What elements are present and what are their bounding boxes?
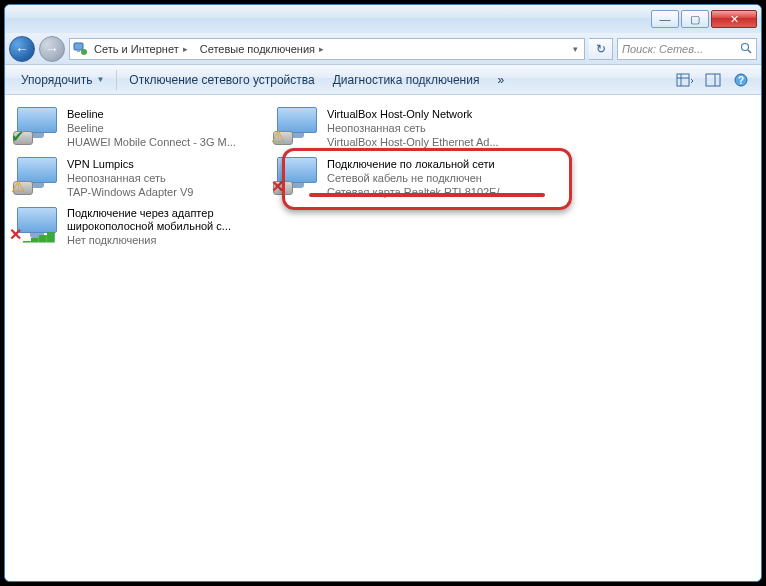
connection-device: HUAWEI Mobile Connect - 3G M...	[67, 135, 236, 149]
connection-item-highlighted[interactable]: ✕ Подключение по локальной сети Сетевой …	[269, 153, 529, 203]
connection-device: TAP-Windows Adapter V9	[67, 185, 193, 199]
signal-bars-icon: ▁▃▅▇	[23, 229, 41, 247]
minimize-button[interactable]: —	[651, 10, 679, 28]
connection-name: Подключение через адаптер широкополосной…	[67, 207, 265, 233]
svg-rect-0	[74, 43, 83, 50]
svg-rect-8	[706, 74, 720, 86]
forward-button[interactable]: →	[39, 36, 65, 62]
breadcrumb-item[interactable]: Сеть и Интернет▸	[88, 39, 194, 59]
search-icon	[740, 42, 752, 56]
connection-device: Сетевая карта Realtek RTL8102E/...	[327, 185, 509, 199]
svg-rect-1	[77, 50, 80, 52]
connection-icon: ✔	[13, 107, 61, 145]
diagnose-connection-button[interactable]: Диагностика подключения	[325, 69, 488, 91]
connection-item[interactable]: ⚠ VirtualBox Host-Only Network Неопознан…	[269, 103, 529, 153]
connection-icon: ⚠	[13, 157, 61, 195]
svg-text:?: ?	[738, 75, 744, 86]
breadcrumb-item[interactable]: Сетевые подключения▸	[194, 39, 330, 59]
connections-list: ✔ Beeline Beeline HUAWEI Mobile Connect …	[5, 95, 761, 581]
connection-name: VPN Lumpics	[67, 157, 193, 171]
close-button[interactable]: ✕	[711, 10, 757, 28]
status-disconnected-icon: ✕	[271, 179, 289, 197]
back-button[interactable]: ←	[9, 36, 35, 62]
connection-item[interactable]: ✕ ▁▃▅▇ Подключение через адаптер широкоп…	[9, 203, 269, 251]
connection-item[interactable]: ✔ Beeline Beeline HUAWEI Mobile Connect …	[9, 103, 269, 153]
svg-rect-5	[677, 74, 689, 86]
connection-device: VirtualBox Host-Only Ethernet Ad...	[327, 135, 499, 149]
explorer-window: — ▢ ✕ ← → Сеть и Интернет▸ Сетевые подкл…	[4, 4, 762, 582]
status-unidentified-icon: ⚠	[271, 129, 289, 147]
connection-name: VirtualBox Host-Only Network	[327, 107, 499, 121]
svg-line-4	[748, 50, 751, 53]
connection-item[interactable]: ⚠ VPN Lumpics Неопознанная сеть TAP-Wind…	[9, 153, 269, 203]
title-bar[interactable]: — ▢ ✕	[5, 5, 761, 33]
preview-pane-icon[interactable]	[701, 70, 725, 90]
connection-status: Нет подключения	[67, 233, 265, 247]
navigation-bar: ← → Сеть и Интернет▸ Сетевые подключения…	[5, 33, 761, 65]
connection-status: Beeline	[67, 121, 236, 135]
toolbar-overflow[interactable]: »	[489, 69, 512, 91]
connection-icon: ✕ ▁▃▅▇	[13, 207, 61, 245]
search-input[interactable]: Поиск: Сетев...	[617, 38, 757, 60]
address-bar[interactable]: Сеть и Интернет▸ Сетевые подключения▸ ▾	[69, 38, 585, 60]
command-bar: Упорядочить▼ Отключение сетевого устройс…	[5, 65, 761, 95]
disable-device-button[interactable]: Отключение сетевого устройства	[121, 69, 322, 91]
network-icon	[72, 41, 88, 57]
search-placeholder: Поиск: Сетев...	[622, 43, 703, 55]
connection-name: Beeline	[67, 107, 236, 121]
connection-icon: ✕	[273, 157, 321, 195]
maximize-button[interactable]: ▢	[681, 10, 709, 28]
refresh-button[interactable]: ↻	[589, 38, 613, 60]
connection-status: Неопознанная сеть	[67, 171, 193, 185]
help-icon[interactable]: ?	[729, 70, 753, 90]
svg-point-3	[742, 43, 749, 50]
view-menu-icon[interactable]	[673, 70, 697, 90]
connection-name: Подключение по локальной сети	[327, 157, 509, 171]
connection-status: Неопознанная сеть	[327, 121, 499, 135]
address-dropdown-icon[interactable]: ▾	[569, 44, 582, 54]
organize-menu[interactable]: Упорядочить▼	[13, 69, 112, 91]
connection-status: Сетевой кабель не подключен	[327, 171, 509, 185]
status-unidentified-icon: ⚠	[11, 179, 29, 197]
status-connected-icon: ✔	[11, 129, 29, 147]
svg-point-2	[81, 49, 87, 55]
connection-icon: ⚠	[273, 107, 321, 145]
